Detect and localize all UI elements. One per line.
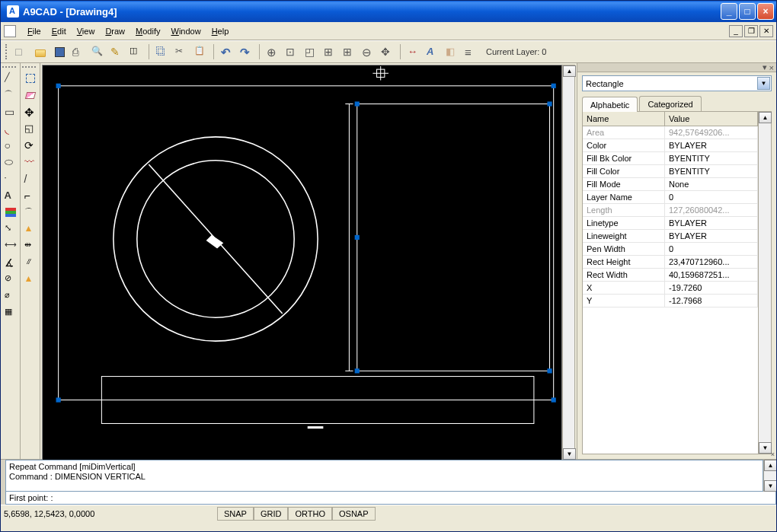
- zoom-extents-button[interactable]: [283, 43, 300, 60]
- scroll-track[interactable]: [764, 471, 776, 480]
- scroll-track[interactable]: [759, 123, 771, 442]
- edit-button[interactable]: [108, 43, 125, 60]
- break-tool[interactable]: [23, 272, 38, 287]
- close-button[interactable]: ×: [757, 3, 774, 20]
- find-button[interactable]: [89, 43, 106, 60]
- property-value[interactable]: 23,470712960...: [665, 256, 758, 268]
- point-tool[interactable]: ·: [3, 171, 18, 186]
- panel-close-icon[interactable]: ×: [769, 63, 774, 72]
- property-row[interactable]: Y-12.7968: [583, 295, 758, 307]
- menu-window[interactable]: Window: [165, 24, 206, 38]
- property-value[interactable]: None: [665, 178, 758, 190]
- property-row[interactable]: Fill ModeNone: [583, 178, 758, 191]
- scroll-up-button[interactable]: ▲: [563, 65, 576, 77]
- command-close-icon[interactable]: ×: [771, 451, 775, 458]
- new-button[interactable]: [13, 43, 30, 60]
- menu-file[interactable]: File: [22, 24, 46, 38]
- pline-tool[interactable]: [3, 88, 18, 103]
- select-tool[interactable]: [23, 71, 38, 86]
- property-value[interactable]: 0: [665, 243, 758, 255]
- explode-tool[interactable]: [23, 221, 38, 237]
- property-row[interactable]: Rect Height23,470712960...: [583, 256, 758, 269]
- offset-tool[interactable]: ⫽: [23, 255, 38, 270]
- mdi-close-button[interactable]: ✕: [759, 25, 773, 37]
- property-value[interactable]: 40,159687251...: [665, 269, 758, 281]
- scroll-up-button[interactable]: ▲: [764, 460, 777, 471]
- zoom-out-button[interactable]: [360, 43, 376, 60]
- property-row[interactable]: Area942,57649206...: [583, 126, 758, 139]
- cut-button[interactable]: [173, 43, 190, 60]
- rotate-tool[interactable]: [23, 138, 38, 153]
- arc-tool[interactable]: [3, 121, 18, 136]
- undo-button[interactable]: [219, 43, 235, 60]
- property-value[interactable]: -12.7968: [665, 295, 758, 307]
- scale-tool[interactable]: [23, 121, 38, 136]
- property-row[interactable]: X-19.7260: [583, 282, 758, 295]
- property-row[interactable]: Rect Width40,159687251...: [583, 269, 758, 282]
- canvas-vscroll[interactable]: ▲ ▼: [562, 65, 575, 460]
- scroll-down-button[interactable]: ▼: [764, 480, 777, 492]
- header-value[interactable]: Value: [665, 112, 758, 126]
- property-row[interactable]: Layer Name0: [583, 191, 758, 204]
- pan-button[interactable]: [379, 43, 395, 60]
- toolbar-grip[interactable]: [2, 66, 16, 69]
- line-tool[interactable]: [3, 71, 18, 86]
- ellipse-tool[interactable]: [3, 155, 18, 170]
- property-row[interactable]: Fill Bk ColorBYENTITY: [583, 152, 758, 165]
- property-value[interactable]: BYENTITY: [665, 152, 758, 164]
- open-button[interactable]: [32, 43, 49, 60]
- panel-collapse-icon[interactable]: ▾: [763, 62, 767, 72]
- distance-button[interactable]: [405, 43, 422, 60]
- scroll-down-button[interactable]: ▼: [563, 448, 576, 460]
- menu-view[interactable]: View: [72, 24, 101, 38]
- mdi-restore-button[interactable]: ❐: [744, 25, 758, 37]
- status-snap-toggle[interactable]: SNAP: [217, 507, 254, 521]
- scroll-track[interactable]: [563, 77, 574, 448]
- brush-tool[interactable]: [23, 155, 38, 170]
- command-history[interactable]: Repeat Command [miDimVertical] Command :…: [5, 460, 763, 492]
- menu-edit[interactable]: Edit: [46, 24, 72, 38]
- property-row[interactable]: Pen Width0: [583, 243, 758, 256]
- property-row[interactable]: Fill ColorBYENTITY: [583, 165, 758, 178]
- property-value[interactable]: BYLAYER: [665, 139, 758, 151]
- dim-horiz-tool[interactable]: [3, 238, 18, 253]
- properties-vscroll[interactable]: ▲ ▼: [758, 112, 771, 454]
- move-tool[interactable]: [23, 104, 38, 119]
- tab-categorized[interactable]: Categorized: [639, 96, 701, 111]
- property-value[interactable]: BYENTITY: [665, 165, 758, 177]
- rectangle-tool[interactable]: [3, 104, 18, 119]
- entity-type-combo[interactable]: Rectangle ▼: [582, 75, 772, 91]
- property-value[interactable]: 0: [665, 191, 758, 203]
- minimize-button[interactable]: _: [721, 3, 737, 20]
- fillet-tool[interactable]: [23, 205, 38, 220]
- menu-modify[interactable]: Modify: [130, 24, 165, 38]
- property-row[interactable]: ColorBYLAYER: [583, 139, 758, 152]
- dim-linear-tool[interactable]: ⤡: [3, 221, 18, 237]
- dim-angle-tool[interactable]: [3, 255, 18, 270]
- dim-radius-tool[interactable]: ⊘: [3, 272, 18, 287]
- textstyle-button[interactable]: [424, 43, 441, 60]
- copy-button[interactable]: [154, 43, 171, 60]
- trim-tool[interactable]: [23, 188, 38, 203]
- properties-tb-button[interactable]: ◫: [127, 43, 144, 60]
- mirror-tool[interactable]: ⇹: [23, 238, 38, 253]
- erase-tool[interactable]: [23, 88, 38, 103]
- header-name[interactable]: Name: [583, 112, 665, 126]
- chevron-down-icon[interactable]: ▼: [757, 77, 770, 90]
- zoom-all-button[interactable]: [321, 43, 338, 60]
- paste-button[interactable]: [192, 43, 209, 60]
- slash-tool[interactable]: [23, 171, 38, 186]
- redo-button[interactable]: [238, 43, 254, 60]
- dim-diameter-tool[interactable]: ⌀: [3, 288, 18, 304]
- palette-button[interactable]: [443, 43, 460, 60]
- status-grid-toggle[interactable]: GRID: [254, 507, 289, 521]
- mdi-minimize-button[interactable]: _: [729, 25, 743, 37]
- property-row[interactable]: Length127,26080042...: [583, 204, 758, 217]
- text-tool[interactable]: [3, 188, 18, 203]
- zoom-window-button[interactable]: [302, 43, 319, 60]
- document-icon[interactable]: [4, 25, 16, 37]
- property-row[interactable]: LinetypeBYLAYER: [583, 217, 758, 230]
- command-input[interactable]: First point: :: [5, 492, 776, 505]
- maximize-button[interactable]: □: [739, 3, 756, 20]
- status-osnap-toggle[interactable]: OSNAP: [332, 507, 376, 521]
